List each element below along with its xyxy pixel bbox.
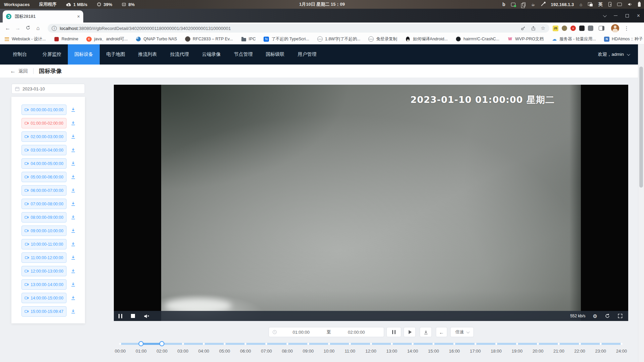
record-range-button[interactable]: 02:00:00-03:00:00 [21, 131, 66, 142]
browser-menu-kebab-icon[interactable]: ⋮ [624, 25, 629, 32]
back-button[interactable]: ← [3, 25, 13, 31]
record-range-button[interactable]: 13:00:00-14:00:00 [21, 279, 66, 290]
download-button[interactable] [420, 327, 432, 337]
chat-status-icon[interactable] [511, 3, 515, 6]
scrollbar-thumb[interactable] [639, 67, 643, 188]
input-method-indicator[interactable]: 英 [598, 1, 603, 7]
side-panel-icon[interactable] [599, 26, 604, 31]
extension-olive-icon[interactable] [562, 26, 567, 31]
record-download-button[interactable] [71, 268, 76, 275]
reload-button[interactable] [23, 25, 33, 32]
clipboard-icon[interactable] [522, 2, 525, 6]
player-stop-icon[interactable] [131, 314, 135, 318]
nav-tab[interactable]: 国标级联 [259, 44, 291, 65]
back-link[interactable]: 返回 [18, 68, 28, 74]
seek-back-button[interactable]: ← [436, 327, 447, 337]
tray-app-b-icon[interactable]: b [502, 2, 505, 7]
address-bar[interactable]: i localhost:38080/#/gbRecordDetail/34020… [48, 24, 549, 33]
page-scrollbar[interactable] [638, 44, 644, 362]
nav-tab[interactable]: 国标设备 [68, 44, 100, 65]
nav-tab[interactable]: 电子地图 [100, 44, 132, 65]
record-range-button[interactable]: 15:00:00-15:09:47 [21, 306, 66, 317]
display-icon[interactable] [617, 3, 622, 6]
bookmark-item[interactable]: RFC2833 – RTP Ev... [185, 36, 233, 42]
back-arrow-icon[interactable]: ← [10, 68, 16, 75]
tab-search-chevron-icon[interactable] [603, 13, 606, 17]
record-download-button[interactable] [71, 241, 76, 248]
record-range-button[interactable]: 03:00:00-04:00:00 [21, 145, 66, 155]
video-player[interactable]: 2023-01-10 01:00:00 星期二 552 kb/s ⚙ [114, 85, 628, 321]
record-range-button[interactable]: 00:00:00-01:00:00 [21, 105, 66, 115]
bookmark-item[interactable]: NHDAtmos :: 种子 *... [604, 36, 644, 42]
record-range-button[interactable]: 05:00:00-06:00:00 [21, 172, 66, 182]
record-download-button[interactable] [71, 188, 76, 194]
start-time-value[interactable]: 01:00:00 [277, 330, 325, 335]
record-range-button[interactable]: 09:00:00-10:00:00 [21, 226, 66, 236]
record-download-button[interactable] [71, 255, 76, 261]
password-key-icon[interactable] [520, 26, 526, 31]
player-settings-gear-icon[interactable]: ⚙ [593, 314, 597, 319]
record-download-button[interactable] [71, 214, 76, 221]
nav-tab[interactable]: 用户管理 [291, 44, 323, 65]
time-range-input[interactable]: 01:00:00 至 02:00:00 [269, 327, 384, 337]
record-download-button[interactable] [71, 134, 76, 140]
network-speed-indicator[interactable]: 1 MB/s [66, 2, 87, 7]
record-range-button[interactable]: 10:00:00-11:00:00 [21, 239, 66, 249]
profile-avatar[interactable] [611, 24, 619, 32]
record-range-button[interactable]: 14:00:00-15:00:00 [21, 293, 66, 303]
nav-tab[interactable]: 控制台 [4, 44, 36, 65]
record-download-button[interactable] [71, 107, 76, 113]
extension-red-icon[interactable]: × [570, 26, 576, 31]
record-download-button[interactable] [71, 309, 76, 315]
extension-dark-icon[interactable] [579, 26, 585, 31]
record-download-button[interactable] [71, 174, 76, 180]
player-mute-icon[interactable] [144, 314, 149, 319]
forward-button[interactable]: → [13, 25, 23, 31]
nav-tab[interactable]: 节点管理 [227, 44, 259, 65]
bookmark-item[interactable]: Webstack - 设计... [4, 36, 46, 42]
record-range-button[interactable]: 12:00:00-13:00:00 [21, 266, 66, 276]
bookmark-item[interactable]: Cjava、android可... [86, 36, 128, 42]
home-button[interactable]: ⌂ [33, 25, 43, 31]
bookmark-item[interactable]: IPC [241, 36, 256, 42]
battery-icon[interactable] [638, 2, 641, 7]
nav-tab[interactable]: 推流列表 [132, 44, 164, 65]
record-range-button[interactable]: 01:00:00-02:00:00 [21, 118, 66, 128]
bookmark-item[interactable]: 免登录复制 [368, 36, 397, 42]
player-refresh-icon[interactable] [605, 313, 610, 319]
applications-button[interactable]: 应用程序 [39, 1, 56, 7]
cpu-indicator[interactable]: 39% [97, 2, 112, 7]
record-range-button[interactable]: 04:00:00-05:00:00 [21, 158, 66, 169]
nav-tab[interactable]: 拉流代理 [164, 44, 195, 65]
play-button[interactable] [404, 327, 416, 337]
bookmark-star-icon[interactable]: ☆ [541, 25, 545, 31]
bookmark-item[interactable]: hairrrrr/C-CrashC... [456, 36, 499, 42]
volume-icon[interactable] [628, 2, 632, 6]
window-close-button[interactable]: × [637, 13, 640, 18]
bookmark-item[interactable]: 如何编译Android... [405, 36, 448, 42]
share-icon[interactable] [531, 26, 536, 31]
ip-address-indicator[interactable]: 192.168.1.3 [551, 2, 574, 7]
bookmark-item[interactable]: 知了不起的 TypeScri... [264, 36, 309, 42]
bookmark-item[interactable]: Redmine [54, 36, 78, 42]
record-download-button[interactable] [71, 228, 76, 234]
bookmark-item[interactable]: ☁服务器 - 轻量应用... [552, 36, 596, 42]
window-maximize-button[interactable] [626, 14, 629, 17]
user-menu[interactable]: 欢迎，admin [598, 51, 638, 57]
tab-close-icon[interactable]: × [77, 14, 80, 19]
record-download-button[interactable] [71, 201, 76, 207]
bookmark-item[interactable]: WWVP-PRO文档 [507, 36, 544, 42]
record-range-button[interactable]: 08:00:00-09:00:00 [21, 212, 66, 223]
window-minimize-button[interactable] [614, 15, 617, 16]
site-info-icon[interactable]: i [52, 26, 57, 31]
end-time-value[interactable]: 02:00:00 [332, 330, 381, 335]
bookmark-item[interactable]: QNAP Turbo NAS [136, 36, 177, 42]
record-download-button[interactable] [71, 120, 76, 127]
playback-speed-dropdown[interactable]: 倍速 [450, 327, 474, 337]
browser-tab[interactable]: 国标28181 × [3, 10, 83, 23]
clock[interactable]: 1月10日 星期二 15：09 [299, 1, 345, 7]
coffee-caffeine-icon[interactable]: ☕ [531, 2, 535, 7]
record-download-button[interactable] [71, 282, 76, 288]
extensions-puzzle-icon[interactable] [588, 26, 593, 31]
record-range-button[interactable]: 07:00:00-08:00:00 [21, 199, 66, 209]
